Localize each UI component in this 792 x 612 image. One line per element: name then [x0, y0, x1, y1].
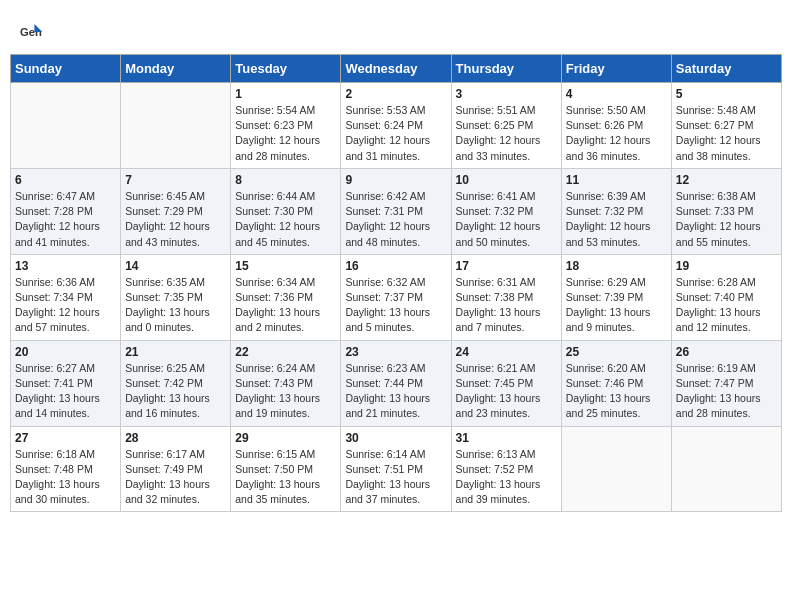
calendar-cell: 21Sunrise: 6:25 AMSunset: 7:42 PMDayligh… [121, 340, 231, 426]
day-info: Sunrise: 6:38 AMSunset: 7:33 PMDaylight:… [676, 189, 777, 250]
calendar-week-row: 6Sunrise: 6:47 AMSunset: 7:28 PMDaylight… [11, 168, 782, 254]
calendar-cell: 3Sunrise: 5:51 AMSunset: 6:25 PMDaylight… [451, 83, 561, 169]
day-info: Sunrise: 5:53 AMSunset: 6:24 PMDaylight:… [345, 103, 446, 164]
calendar-cell: 20Sunrise: 6:27 AMSunset: 7:41 PMDayligh… [11, 340, 121, 426]
day-number: 26 [676, 345, 777, 359]
day-number: 8 [235, 173, 336, 187]
day-number: 25 [566, 345, 667, 359]
day-number: 24 [456, 345, 557, 359]
day-info: Sunrise: 6:14 AMSunset: 7:51 PMDaylight:… [345, 447, 446, 508]
day-info: Sunrise: 6:27 AMSunset: 7:41 PMDaylight:… [15, 361, 116, 422]
day-number: 3 [456, 87, 557, 101]
calendar-cell [11, 83, 121, 169]
calendar-cell: 16Sunrise: 6:32 AMSunset: 7:37 PMDayligh… [341, 254, 451, 340]
calendar-cell: 11Sunrise: 6:39 AMSunset: 7:32 PMDayligh… [561, 168, 671, 254]
day-number: 29 [235, 431, 336, 445]
day-number: 10 [456, 173, 557, 187]
day-info: Sunrise: 6:47 AMSunset: 7:28 PMDaylight:… [15, 189, 116, 250]
day-number: 2 [345, 87, 446, 101]
calendar-cell: 1Sunrise: 5:54 AMSunset: 6:23 PMDaylight… [231, 83, 341, 169]
day-number: 16 [345, 259, 446, 273]
day-of-week-header: Sunday [11, 55, 121, 83]
calendar-cell: 28Sunrise: 6:17 AMSunset: 7:49 PMDayligh… [121, 426, 231, 512]
logo: Gen [20, 20, 46, 44]
calendar-cell: 25Sunrise: 6:20 AMSunset: 7:46 PMDayligh… [561, 340, 671, 426]
day-info: Sunrise: 6:39 AMSunset: 7:32 PMDaylight:… [566, 189, 667, 250]
day-number: 7 [125, 173, 226, 187]
day-info: Sunrise: 6:24 AMSunset: 7:43 PMDaylight:… [235, 361, 336, 422]
calendar-cell [121, 83, 231, 169]
day-number: 14 [125, 259, 226, 273]
day-info: Sunrise: 6:41 AMSunset: 7:32 PMDaylight:… [456, 189, 557, 250]
calendar-cell: 27Sunrise: 6:18 AMSunset: 7:48 PMDayligh… [11, 426, 121, 512]
day-number: 22 [235, 345, 336, 359]
day-of-week-header: Saturday [671, 55, 781, 83]
day-number: 30 [345, 431, 446, 445]
day-info: Sunrise: 6:44 AMSunset: 7:30 PMDaylight:… [235, 189, 336, 250]
day-info: Sunrise: 6:25 AMSunset: 7:42 PMDaylight:… [125, 361, 226, 422]
day-number: 5 [676, 87, 777, 101]
calendar-cell: 12Sunrise: 6:38 AMSunset: 7:33 PMDayligh… [671, 168, 781, 254]
day-info: Sunrise: 5:48 AMSunset: 6:27 PMDaylight:… [676, 103, 777, 164]
day-number: 28 [125, 431, 226, 445]
calendar-cell: 26Sunrise: 6:19 AMSunset: 7:47 PMDayligh… [671, 340, 781, 426]
calendar-cell: 30Sunrise: 6:14 AMSunset: 7:51 PMDayligh… [341, 426, 451, 512]
page-header: Gen [10, 10, 782, 49]
day-number: 17 [456, 259, 557, 273]
calendar-week-row: 1Sunrise: 5:54 AMSunset: 6:23 PMDaylight… [11, 83, 782, 169]
calendar-cell: 8Sunrise: 6:44 AMSunset: 7:30 PMDaylight… [231, 168, 341, 254]
day-info: Sunrise: 6:45 AMSunset: 7:29 PMDaylight:… [125, 189, 226, 250]
calendar-week-row: 27Sunrise: 6:18 AMSunset: 7:48 PMDayligh… [11, 426, 782, 512]
logo-icon: Gen [20, 20, 44, 44]
day-number: 1 [235, 87, 336, 101]
day-info: Sunrise: 6:19 AMSunset: 7:47 PMDaylight:… [676, 361, 777, 422]
calendar-cell: 7Sunrise: 6:45 AMSunset: 7:29 PMDaylight… [121, 168, 231, 254]
day-of-week-header: Tuesday [231, 55, 341, 83]
day-info: Sunrise: 5:54 AMSunset: 6:23 PMDaylight:… [235, 103, 336, 164]
day-number: 31 [456, 431, 557, 445]
calendar-cell: 22Sunrise: 6:24 AMSunset: 7:43 PMDayligh… [231, 340, 341, 426]
day-number: 12 [676, 173, 777, 187]
calendar-cell: 18Sunrise: 6:29 AMSunset: 7:39 PMDayligh… [561, 254, 671, 340]
day-info: Sunrise: 6:28 AMSunset: 7:40 PMDaylight:… [676, 275, 777, 336]
day-info: Sunrise: 6:31 AMSunset: 7:38 PMDaylight:… [456, 275, 557, 336]
calendar-cell: 5Sunrise: 5:48 AMSunset: 6:27 PMDaylight… [671, 83, 781, 169]
calendar-cell: 17Sunrise: 6:31 AMSunset: 7:38 PMDayligh… [451, 254, 561, 340]
day-number: 23 [345, 345, 446, 359]
calendar-cell: 24Sunrise: 6:21 AMSunset: 7:45 PMDayligh… [451, 340, 561, 426]
day-of-week-header: Friday [561, 55, 671, 83]
day-info: Sunrise: 6:23 AMSunset: 7:44 PMDaylight:… [345, 361, 446, 422]
calendar-cell: 2Sunrise: 5:53 AMSunset: 6:24 PMDaylight… [341, 83, 451, 169]
calendar-cell [561, 426, 671, 512]
calendar-cell: 10Sunrise: 6:41 AMSunset: 7:32 PMDayligh… [451, 168, 561, 254]
day-number: 9 [345, 173, 446, 187]
day-info: Sunrise: 6:34 AMSunset: 7:36 PMDaylight:… [235, 275, 336, 336]
calendar-cell: 23Sunrise: 6:23 AMSunset: 7:44 PMDayligh… [341, 340, 451, 426]
day-number: 6 [15, 173, 116, 187]
day-number: 20 [15, 345, 116, 359]
day-info: Sunrise: 6:21 AMSunset: 7:45 PMDaylight:… [456, 361, 557, 422]
calendar: SundayMondayTuesdayWednesdayThursdayFrid… [10, 54, 782, 512]
day-info: Sunrise: 6:29 AMSunset: 7:39 PMDaylight:… [566, 275, 667, 336]
calendar-header-row: SundayMondayTuesdayWednesdayThursdayFrid… [11, 55, 782, 83]
day-info: Sunrise: 5:50 AMSunset: 6:26 PMDaylight:… [566, 103, 667, 164]
day-info: Sunrise: 6:18 AMSunset: 7:48 PMDaylight:… [15, 447, 116, 508]
calendar-cell: 6Sunrise: 6:47 AMSunset: 7:28 PMDaylight… [11, 168, 121, 254]
calendar-cell: 15Sunrise: 6:34 AMSunset: 7:36 PMDayligh… [231, 254, 341, 340]
day-number: 15 [235, 259, 336, 273]
day-info: Sunrise: 6:35 AMSunset: 7:35 PMDaylight:… [125, 275, 226, 336]
day-info: Sunrise: 5:51 AMSunset: 6:25 PMDaylight:… [456, 103, 557, 164]
day-of-week-header: Thursday [451, 55, 561, 83]
calendar-week-row: 20Sunrise: 6:27 AMSunset: 7:41 PMDayligh… [11, 340, 782, 426]
calendar-cell: 9Sunrise: 6:42 AMSunset: 7:31 PMDaylight… [341, 168, 451, 254]
day-number: 21 [125, 345, 226, 359]
calendar-cell: 19Sunrise: 6:28 AMSunset: 7:40 PMDayligh… [671, 254, 781, 340]
calendar-cell: 29Sunrise: 6:15 AMSunset: 7:50 PMDayligh… [231, 426, 341, 512]
day-number: 27 [15, 431, 116, 445]
calendar-cell [671, 426, 781, 512]
day-number: 19 [676, 259, 777, 273]
day-info: Sunrise: 6:36 AMSunset: 7:34 PMDaylight:… [15, 275, 116, 336]
calendar-cell: 31Sunrise: 6:13 AMSunset: 7:52 PMDayligh… [451, 426, 561, 512]
day-of-week-header: Monday [121, 55, 231, 83]
day-info: Sunrise: 6:17 AMSunset: 7:49 PMDaylight:… [125, 447, 226, 508]
